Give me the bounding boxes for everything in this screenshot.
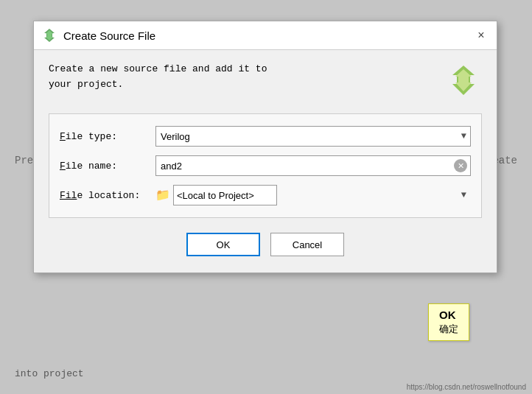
- create-source-file-dialog: Create Source File × Create a new source…: [33, 21, 497, 273]
- file-name-input[interactable]: [155, 155, 471, 176]
- folder-icon: 📁: [155, 188, 170, 203]
- description-row: Create a new source file and add it to y…: [49, 62, 482, 99]
- file-type-select[interactable]: Verilog: [155, 126, 471, 147]
- file-location-arrow-icon: ▼: [461, 190, 466, 200]
- form-section: File type: Verilog ▼ File name: ✕: [49, 113, 482, 218]
- vivado-logo-icon: [445, 62, 482, 99]
- ok-tooltip: OK 确定: [428, 303, 469, 341]
- file-type-wrapper: Verilog ▼: [155, 126, 471, 147]
- file-location-wrapper: 📁 <Local to Project> ▼: [155, 185, 471, 205]
- tooltip-ok-text: OK: [439, 309, 458, 321]
- file-type-row: File type: Verilog ▼: [60, 126, 471, 147]
- tooltip-cn-text: 确定: [439, 323, 458, 336]
- dialog-titlebar: Create Source File ×: [34, 21, 497, 50]
- file-name-wrapper: ✕: [155, 155, 471, 176]
- background-text-bottom: into project: [15, 368, 84, 379]
- file-name-input-wrapper: ✕: [155, 155, 471, 176]
- vivado-title-icon: [41, 27, 57, 43]
- file-location-label: File location:: [60, 190, 155, 201]
- cancel-button[interactable]: Cancel: [270, 233, 344, 256]
- location-select-group: 📁 <Local to Project> ▼: [155, 185, 471, 205]
- file-location-select[interactable]: <Local to Project>: [173, 185, 277, 205]
- file-name-clear-button[interactable]: ✕: [454, 159, 467, 172]
- dialog-title-left: Create Source File: [41, 27, 155, 43]
- url-bar: https://blog.csdn.net/roswellnotfound: [407, 383, 526, 391]
- file-type-label: File type:: [60, 131, 155, 142]
- dialog-title-text: Create Source File: [63, 29, 155, 42]
- file-name-row: File name: ✕: [60, 155, 471, 176]
- button-row: OK Cancel: [49, 230, 482, 261]
- ok-button[interactable]: OK: [186, 233, 260, 256]
- close-button[interactable]: ×: [473, 27, 489, 43]
- file-location-row: File location: 📁 <Local to Project> ▼: [60, 185, 471, 205]
- description-text: Create a new source file and add it to y…: [49, 62, 267, 93]
- dialog-body: Create a new source file and add it to y…: [34, 50, 497, 272]
- file-name-label: File name:: [60, 161, 155, 172]
